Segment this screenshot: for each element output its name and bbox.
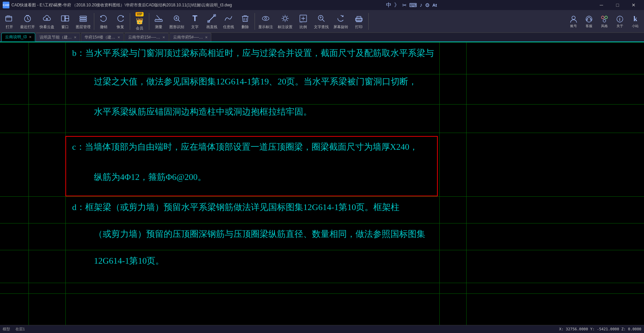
toolbar: 打开 最近打开 快看云盘 窗口 (0, 10, 644, 33)
svg-rect-6 (80, 18, 87, 19)
close-button[interactable]: ✕ (626, 0, 641, 10)
cad-line-7: （或剪力墙）预留的压顶圈深钢筋与压顶圈梁纵筋直径、数量相同，做法参照国标图集 (94, 228, 425, 240)
text-label: 文字 (191, 24, 199, 29)
tab-yunnanhuafu15[interactable]: 云南华府15#----… ✕ (124, 33, 169, 42)
toolbar-textfind[interactable]: 文字查找 (312, 11, 331, 31)
svg-point-13 (262, 16, 269, 20)
style-label: 风格 (601, 24, 608, 28)
cad-line-6: d：框架梁（或剪力墙）预留水平系梁钢筋做法详见国标图集12G614-1第10页。… (72, 201, 399, 213)
style-icon (600, 14, 609, 24)
toolbar-redo[interactable]: 恢复 (112, 11, 128, 31)
rotate-icon (335, 13, 346, 24)
toolbar-shaperecog[interactable]: 图形识别 (167, 11, 186, 31)
toolbar-scale[interactable]: 1:1 比例 (295, 11, 311, 31)
text-icon: T (190, 13, 200, 24)
tray-icon-keyboard[interactable]: ⌨ (409, 2, 417, 8)
toolbar-account[interactable]: 账号 (566, 11, 581, 31)
window-label: 窗口 (61, 24, 69, 29)
delete-label: 删除 (241, 24, 249, 29)
tray-icon-at[interactable]: At (432, 3, 437, 8)
toolbar-drawline[interactable]: 画直线 (204, 11, 220, 31)
toolbar-rotate[interactable]: 屏幕旋转 (331, 11, 350, 31)
toolbar-cloud[interactable]: 快看云盘 (38, 11, 56, 31)
grid-line-h1 (0, 42, 644, 43)
toolbar-marksetting[interactable]: 标注设置 (276, 11, 294, 31)
grid-line-h7 (0, 250, 644, 250)
svg-rect-7 (80, 20, 87, 21)
status-bar: 模型 在层1 X: 32756.0000 Y: -5421.0000 Z: 0.… (0, 325, 644, 333)
grid-line-h5 (0, 196, 644, 197)
status-layer[interactable]: 在层1 (15, 327, 25, 332)
cad-viewport[interactable]: b：当水平系梁与门窗洞顶过梁标高相近时，应与过梁合并设置，截面尺寸及配筋取水平系… (0, 42, 644, 325)
scale-icon: 1:1 (298, 13, 309, 24)
svg-point-27 (603, 19, 606, 22)
toolbar-print[interactable]: 打印 (351, 11, 367, 31)
divider-3 (149, 13, 149, 30)
divider-2 (130, 13, 130, 30)
tab-yunnan-t3-close[interactable]: ✕ (29, 35, 32, 39)
tray-icon-arrow[interactable]: 》 (394, 2, 399, 9)
tab-yunnanhuafu5-label: 云南华府5#----… (173, 35, 203, 40)
toolbar-open[interactable]: 打开 (1, 11, 17, 31)
toolbar-about[interactable]: i 关于 (612, 11, 627, 31)
toolbar-recent[interactable]: 最近打开 (18, 11, 37, 31)
toolbar-measure[interactable]: 测量 (151, 11, 167, 31)
tab-jienengjie[interactable]: 说明及节能（建… ✕ (36, 33, 80, 42)
tray-area: 中 》 ✂ ⌨ ♪ ⚙ At (386, 2, 437, 9)
toolbar-window[interactable]: 窗口 (57, 11, 73, 31)
redo-label: 恢复 (117, 24, 124, 29)
scale-label: 比例 (300, 24, 307, 29)
title-bar: CAD CAD快速看图 - E:\工程\碣樊-华府 （2018.10.20接收资… (0, 0, 644, 10)
status-coords: X: 32756.0000 Y: -5421.0000 Z: 0.0000 (559, 327, 641, 331)
tab-yunnan-t3[interactable]: 云南说明_t3 ✕ (1, 33, 35, 42)
tab-huafu15[interactable]: 华府15#楼（建… ✕ (81, 33, 124, 42)
tab-huafu15-close[interactable]: ✕ (117, 36, 120, 39)
tray-icon-scissors[interactable]: ✂ (402, 2, 407, 8)
open-label: 打开 (6, 24, 13, 29)
toolbar-delete[interactable]: 删除 (237, 11, 253, 31)
svg-rect-5 (80, 16, 87, 17)
cad-line-3: 水平系梁纵筋应锚固洞边构造柱中或洞边抱框拉结牢固。 (94, 106, 312, 118)
tab-yunnanhuafu15-close[interactable]: ✕ (162, 36, 165, 39)
toolbar-layers[interactable]: 图层管理 (74, 11, 93, 31)
toolbar-showmark[interactable]: 显示标注 (256, 11, 275, 31)
svg-line-10 (208, 15, 215, 22)
open-icon (4, 13, 15, 24)
shaperecog-icon (171, 13, 182, 24)
vip-badge: VIP (136, 12, 144, 16)
textfind-icon (316, 13, 327, 24)
toolbar-service[interactable]: 客服 (582, 11, 596, 31)
status-model[interactable]: 模型 (3, 327, 10, 332)
rotate-label: 屏幕旋转 (333, 24, 348, 29)
drawline-icon (206, 13, 217, 24)
tab-yunnanhuafu5[interactable]: 云南华府5#----… ✕ (169, 33, 211, 42)
toolbar-style[interactable]: 风格 (597, 11, 612, 31)
tray-icon-zhong[interactable]: 中 (386, 2, 391, 9)
tab-jienengjie-close[interactable]: ✕ (74, 36, 76, 39)
intentline-label: 任意线 (223, 24, 234, 29)
vip-label: 会员 (136, 26, 143, 31)
maximize-button[interactable]: □ (610, 0, 625, 10)
cloud-icon (42, 13, 52, 24)
tab-huafu15-label: 华府15#楼（建… (85, 35, 115, 40)
tab-yunnanhuafu15-label: 云南华府15#----… (128, 35, 160, 40)
toolbar-intentline[interactable]: 任意线 (220, 11, 236, 31)
toolbar-vip[interactable]: VIP 👑 会员 (131, 11, 148, 31)
toolbar-undo[interactable]: 撤销 (96, 11, 112, 31)
svg-point-26 (605, 16, 607, 19)
grid-line-h4 (0, 133, 644, 133)
undo-label: 撤销 (100, 24, 107, 29)
divider-1 (94, 13, 94, 30)
tray-icon-gear[interactable]: ⚙ (425, 2, 430, 8)
delete-icon (240, 13, 251, 24)
window-icon (60, 13, 70, 24)
grid-line-h9 (0, 293, 644, 294)
toolbar-minisite[interactable]: k 小站 (628, 11, 643, 31)
measure-icon (153, 13, 164, 24)
tray-icon-sound[interactable]: ♪ (420, 2, 422, 8)
minimize-button[interactable]: ─ (594, 0, 609, 10)
vip-icon: 👑 (134, 17, 145, 25)
intentline-icon (223, 13, 234, 24)
tab-yunnanhuafu5-close[interactable]: ✕ (205, 36, 208, 39)
toolbar-text[interactable]: T 文字 (187, 11, 203, 31)
